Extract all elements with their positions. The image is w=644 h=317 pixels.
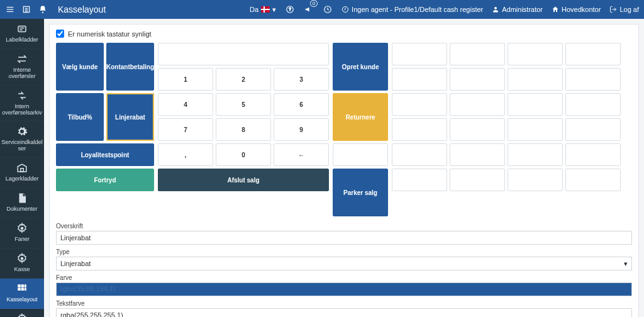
overskrift-input[interactable] bbox=[56, 231, 632, 245]
key-4[interactable]: 4 bbox=[158, 93, 213, 116]
overskrift-label: Overskrift bbox=[56, 223, 632, 230]
sidebar-item-labelkladder[interactable]: Labelkladder bbox=[0, 19, 44, 49]
flag-denmark-icon bbox=[261, 6, 270, 13]
blank-tile[interactable] bbox=[508, 93, 563, 116]
svg-rect-20 bbox=[18, 284, 21, 287]
main-content: Er numerisk tastatur synligt Vælg kunde … bbox=[44, 19, 644, 317]
tekstfarve-input[interactable] bbox=[56, 308, 632, 317]
blank-tile[interactable] bbox=[450, 68, 505, 91]
sidebar-item-overforselsarkiv[interactable]: Intern overførselsarkiv bbox=[0, 86, 44, 122]
blank-tile[interactable] bbox=[508, 118, 563, 141]
blank-tile[interactable] bbox=[450, 143, 505, 166]
blank-tile[interactable] bbox=[392, 43, 447, 65]
logout-link[interactable]: Log af bbox=[609, 6, 639, 13]
blank-tile[interactable] bbox=[392, 118, 447, 141]
blank-tile[interactable] bbox=[565, 143, 621, 166]
tile-tilbud[interactable]: Tilbud% bbox=[56, 93, 104, 141]
transfer-icon bbox=[16, 53, 28, 65]
menu-icon[interactable] bbox=[5, 4, 15, 14]
gear-icon bbox=[16, 252, 28, 265]
sidebar-item-kasse[interactable]: Kasse bbox=[0, 248, 44, 279]
help-icon[interactable]: ? bbox=[285, 4, 295, 14]
svg-point-19 bbox=[21, 257, 24, 260]
key-comma[interactable]: , bbox=[158, 143, 213, 166]
blank-tile[interactable] bbox=[508, 143, 563, 166]
tile-parker-salg[interactable]: Parker salg bbox=[333, 169, 388, 216]
list-icon[interactable] bbox=[21, 4, 31, 14]
home-link[interactable]: Hovedkontor bbox=[552, 6, 601, 13]
sidebar-item-interne-overforsler[interactable]: Interne overførsler bbox=[0, 49, 44, 86]
topbar: Kasselayout Da ▾ ? 0 Ingen agent - Profi… bbox=[0, 0, 644, 19]
announcement-icon[interactable]: 0 bbox=[304, 4, 314, 14]
key-6[interactable]: 6 bbox=[274, 93, 329, 116]
sidebar: Labelkladder Interne overførsler Intern … bbox=[0, 19, 44, 317]
sidebar-item-serviceindkaldelser[interactable]: Serviceindkaldelser bbox=[0, 121, 44, 158]
blank-tile[interactable] bbox=[508, 68, 563, 91]
key-9[interactable]: 9 bbox=[274, 118, 329, 141]
svg-rect-14 bbox=[18, 26, 26, 32]
tile-fortryd[interactable]: Fortryd bbox=[56, 169, 154, 191]
tile-afslut-salg[interactable]: Afslut salg bbox=[158, 169, 329, 191]
key-1[interactable]: 1 bbox=[158, 68, 213, 91]
tile-opret-kunde[interactable]: Opret kunde bbox=[333, 43, 388, 91]
key-back[interactable]: ← bbox=[274, 143, 329, 166]
blank-tile[interactable] bbox=[565, 93, 621, 116]
blank-tile[interactable] bbox=[565, 43, 621, 65]
tile-linjerabat[interactable]: Linjerabat bbox=[106, 93, 154, 141]
blank-tile[interactable] bbox=[450, 118, 505, 141]
svg-text:?: ? bbox=[289, 7, 291, 11]
svg-rect-17 bbox=[21, 169, 24, 172]
svg-rect-23 bbox=[18, 287, 21, 291]
key-2[interactable]: 2 bbox=[216, 68, 271, 91]
grid-icon bbox=[16, 282, 28, 295]
tile-loyalitet[interactable]: Loyalitestspoint bbox=[56, 143, 154, 166]
tag-icon bbox=[16, 23, 28, 35]
sidebar-item-kasselayout[interactable]: Kasselayout bbox=[0, 279, 44, 309]
farve-label: Farve bbox=[56, 274, 632, 281]
key-5[interactable]: 5 bbox=[216, 93, 271, 116]
blank-tile[interactable] bbox=[392, 169, 447, 191]
keypad-blank-top[interactable] bbox=[158, 43, 329, 65]
key-3[interactable]: 3 bbox=[274, 68, 329, 91]
admin-link[interactable]: Administrator bbox=[492, 6, 543, 13]
tile-kontantbetaling[interactable]: Kontantbetaling bbox=[106, 43, 154, 91]
farve-field[interactable]: rgba(35,88,154,1) bbox=[56, 282, 632, 296]
blank-tile[interactable] bbox=[392, 143, 447, 166]
blank-tile[interactable] bbox=[450, 169, 505, 191]
bell-icon[interactable] bbox=[38, 4, 48, 14]
blank-tile[interactable] bbox=[565, 169, 621, 191]
key-8[interactable]: 8 bbox=[216, 118, 271, 141]
blank-tile[interactable] bbox=[392, 93, 447, 116]
notif-badge: 0 bbox=[310, 0, 318, 7]
blank-tile[interactable] bbox=[392, 68, 447, 91]
page-title: Kasselayout bbox=[58, 4, 106, 14]
type-select[interactable]: Linjerabat ▾ bbox=[56, 257, 632, 270]
tile-returnere[interactable]: Returnere bbox=[333, 93, 388, 141]
sidebar-item-dokumenter[interactable]: Dokumenter bbox=[0, 188, 44, 218]
tile-vaelg-kunde[interactable]: Vælg kunde bbox=[56, 43, 104, 91]
clock-icon[interactable] bbox=[323, 4, 333, 14]
key-0[interactable]: 0 bbox=[216, 143, 271, 166]
agent-link[interactable]: Ingen agent - Profile1/Default cash regi… bbox=[341, 6, 483, 13]
tile-blank-a1[interactable] bbox=[333, 143, 388, 166]
sidebar-item-lagerkladder[interactable]: Lagerkladder bbox=[0, 158, 44, 188]
caret-down-icon: ▾ bbox=[272, 6, 276, 14]
numeric-keyboard-label: Er numerisk tastatur synligt bbox=[68, 30, 152, 38]
blank-tile[interactable] bbox=[565, 118, 621, 141]
blank-tile[interactable] bbox=[450, 93, 505, 116]
svg-point-12 bbox=[494, 7, 497, 9]
numeric-keyboard-checkbox[interactable] bbox=[56, 30, 64, 38]
key-7[interactable]: 7 bbox=[158, 118, 213, 141]
blank-tile[interactable] bbox=[565, 68, 621, 91]
type-label: Type bbox=[56, 248, 632, 255]
sidebar-item-faner[interactable]: Faner bbox=[0, 218, 44, 248]
gear-icon bbox=[16, 222, 28, 235]
chevron-down-icon: ▾ bbox=[624, 260, 628, 268]
gear-icon bbox=[16, 125, 28, 138]
language-switch[interactable]: Da ▾ bbox=[250, 6, 276, 14]
blank-tile[interactable] bbox=[508, 169, 563, 191]
blank-tile[interactable] bbox=[508, 43, 563, 65]
sidebar-item-agenter[interactable]: Agenter bbox=[0, 309, 44, 317]
blank-tile[interactable] bbox=[450, 43, 505, 65]
svg-rect-25 bbox=[25, 287, 26, 291]
